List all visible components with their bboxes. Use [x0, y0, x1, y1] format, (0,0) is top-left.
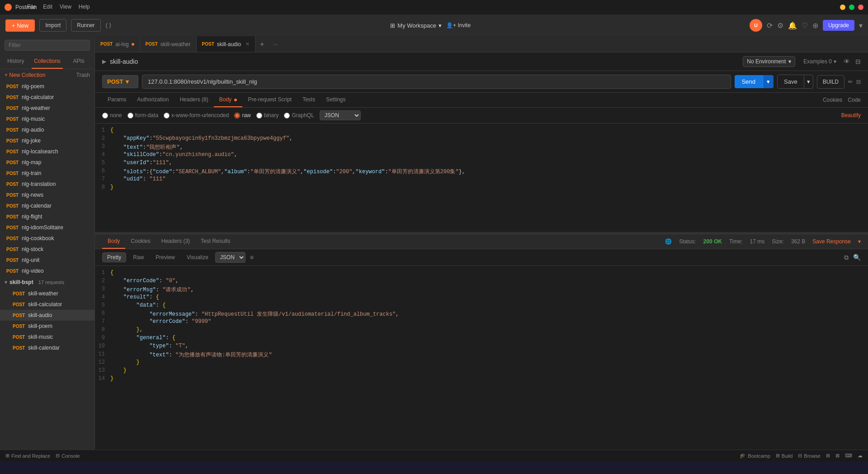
response-format-selector[interactable]: JSON Text XML HTML [215, 252, 245, 263]
bootcamp-button[interactable]: 🎓 Bootcamp [740, 453, 770, 459]
req-tab-settings[interactable]: Settings [321, 93, 351, 107]
build-button[interactable]: ⊞ Build [776, 453, 793, 459]
list-item[interactable]: POSTnlg-calendar [0, 200, 94, 211]
tab-apis[interactable]: APIs [63, 54, 94, 69]
none-option[interactable]: none [102, 112, 122, 118]
send-button[interactable]: Send [735, 75, 763, 88]
browse-button[interactable]: ⊟ Browse [798, 453, 821, 459]
list-item[interactable]: POSTskill-calculator [0, 299, 94, 310]
console-button[interactable]: ⊟ Console [56, 453, 80, 459]
edit-icon[interactable]: ✏ [848, 79, 853, 85]
list-item[interactable]: POSTnlg-poem [0, 81, 94, 92]
tab-close-button[interactable]: ✕ [245, 41, 250, 47]
list-item[interactable]: POSTnlg-news [0, 190, 94, 200]
request-body-editor[interactable]: 1 { 2 "appKey":"55cwpbayogcin6y1fn3zbmzj… [95, 123, 868, 232]
settings-icon[interactable]: ⚙ [777, 21, 783, 30]
runner-button[interactable]: Runner [71, 19, 100, 32]
list-item[interactable]: POSTnlg-translation [0, 179, 94, 190]
list-item[interactable]: POSTskill-weather [0, 288, 94, 299]
list-item[interactable]: POSTnlg-audio [0, 124, 94, 135]
list-item[interactable]: POSTskill-poem [0, 321, 94, 332]
req-tab-tests[interactable]: Tests [297, 93, 321, 107]
form-data-option[interactable]: form-data [127, 112, 158, 118]
list-item[interactable]: POSTnlg-music [0, 114, 94, 124]
avatar[interactable]: U [750, 19, 762, 32]
list-item[interactable]: POSTnlg-unit [0, 255, 94, 265]
tab-skill-weather[interactable]: POST skill-weather [140, 36, 197, 52]
req-tab-pre-request[interactable]: Pre-request Script [242, 93, 297, 107]
heart-icon[interactable]: ♡ [802, 21, 808, 30]
close-button[interactable] [858, 5, 863, 10]
method-selector[interactable]: POST ▾ [102, 75, 138, 88]
list-item[interactable]: POSTnlg-cookbook [0, 233, 94, 244]
keyboard-shortcut-icon[interactable]: ⌨ [845, 453, 852, 459]
list-item[interactable]: POSTnlg-train [0, 168, 94, 179]
list-item[interactable]: POSTskill-audio [0, 310, 94, 321]
copy-icon[interactable]: ⧉ [844, 254, 849, 261]
view-code-icon[interactable]: ⊟ [856, 79, 861, 85]
list-item[interactable]: POSTnlg-idiomSolitaire [0, 222, 94, 233]
save-dropdown-button[interactable]: ▾ [804, 75, 813, 89]
format-selector[interactable]: JSON Text JavaScript HTML XML [320, 110, 361, 120]
req-tab-headers[interactable]: Headers (8) [174, 93, 213, 107]
send-dropdown-button[interactable]: ▾ [763, 75, 774, 88]
add-tab-button[interactable]: + [255, 40, 269, 48]
save-button[interactable]: Save [777, 75, 804, 89]
beautify-button[interactable]: Beautify [841, 112, 861, 118]
menu-view[interactable]: View [60, 4, 71, 10]
req-tab-body[interactable]: Body [214, 93, 243, 107]
list-item[interactable]: POSTnlg-flight [0, 211, 94, 222]
url-input[interactable] [142, 75, 731, 89]
cookies-link[interactable]: Cookies [823, 97, 842, 103]
urlencoded-option[interactable]: x-www-form-urlencoded [164, 112, 229, 118]
graphql-option[interactable]: GraphQL [284, 112, 314, 118]
resp-tab-test-results[interactable]: Test Results [195, 234, 236, 249]
sidebar-group-skill-bspt[interactable]: ▾ skill-bspt 17 requests [0, 276, 94, 288]
list-item[interactable]: POSTskill-calendar [0, 342, 94, 353]
search-response-icon[interactable]: 🔍 [853, 254, 861, 261]
list-item[interactable]: POSTnlg-calculator [0, 92, 94, 103]
tab-history[interactable]: History [0, 54, 32, 69]
examples-button[interactable]: Examples 0 ▾ [803, 58, 836, 65]
req-tab-params[interactable]: Params [102, 93, 132, 107]
new-collection-button[interactable]: + New Collection [5, 72, 45, 78]
raw-button[interactable]: Raw [128, 252, 149, 262]
upgrade-button[interactable]: Upgrade [823, 20, 854, 31]
save-response-button[interactable]: Save Response [812, 238, 851, 245]
raw-option[interactable]: raw [234, 112, 250, 118]
code-link[interactable]: Code [848, 97, 861, 103]
req-tab-authorization[interactable]: Authorization [132, 93, 174, 107]
resp-tab-headers[interactable]: Headers (3) [156, 234, 195, 249]
more-tabs-button[interactable]: ··· [269, 41, 282, 47]
list-item[interactable]: POSTnlg-localsearch [0, 146, 94, 157]
list-item[interactable]: POSTnlg-joke [0, 135, 94, 146]
filter-icon[interactable]: ≡ [250, 254, 254, 261]
add-icon[interactable]: ⊕ [812, 21, 818, 30]
panel-settings-icon[interactable]: ⊟ [855, 58, 861, 65]
resp-tab-body[interactable]: Body [102, 234, 125, 249]
list-item[interactable]: POSTnlg-stock [0, 244, 94, 255]
tab-collections[interactable]: Collections [32, 54, 63, 69]
upgrade-chevron[interactable]: ▾ [859, 21, 863, 30]
invite-button[interactable]: 👤+ Invite [446, 22, 471, 28]
menu-edit[interactable]: Edit [43, 4, 52, 10]
import-button[interactable]: Import [39, 19, 66, 32]
eye-icon[interactable]: 👁 [844, 58, 850, 65]
workspace-button[interactable]: ⊞ My Workspace ▾ [390, 22, 442, 29]
list-item[interactable]: POSTnlg-video [0, 265, 94, 276]
build-button[interactable]: BUILD [817, 75, 844, 89]
visualize-button[interactable]: Visualize [182, 252, 213, 262]
menu-help[interactable]: Help [79, 4, 90, 10]
resp-tab-cookies[interactable]: Cookies [125, 234, 156, 249]
new-button[interactable]: + New [5, 19, 35, 32]
search-input[interactable] [5, 40, 90, 51]
sync-icon[interactable]: ⟳ [767, 21, 773, 30]
menu-file[interactable]: File [27, 4, 36, 10]
binary-option[interactable]: binary [256, 112, 279, 118]
list-item[interactable]: POSTskill-music [0, 332, 94, 342]
preview-button[interactable]: Preview [151, 252, 180, 262]
expand-icon[interactable]: ⊠ [835, 453, 840, 459]
environment-selector[interactable]: No Environment ▾ [743, 56, 795, 67]
cloud-icon[interactable]: ☁ [858, 453, 863, 459]
history-button[interactable]: ⟨ ⟩ [105, 22, 112, 29]
